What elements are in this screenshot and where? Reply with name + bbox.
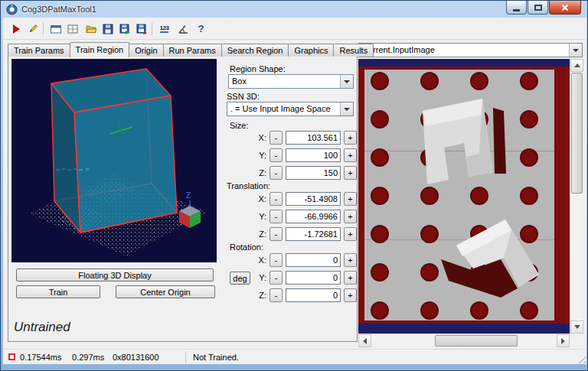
translation-z-axis-label: Z: xyxy=(253,229,266,239)
train-status-text: Untrained xyxy=(14,320,70,335)
viewport-3d[interactable]: Z xyxy=(11,59,217,262)
center-origin-button[interactable]: Center Origin xyxy=(116,285,215,298)
edit-button[interactable] xyxy=(24,21,41,37)
rotation-x-axis-label: X: xyxy=(253,255,266,265)
size-z-row: Z: - + xyxy=(253,166,358,180)
image-vertical-scrollbar[interactable] xyxy=(570,59,583,334)
rotation-x-decrement-button[interactable]: - xyxy=(270,253,283,267)
angle-units-button[interactable] xyxy=(175,21,191,37)
rotation-z-increment-button[interactable]: + xyxy=(344,288,357,302)
dropdown-arrow-box[interactable] xyxy=(340,103,353,116)
translation-y-input[interactable] xyxy=(286,210,341,223)
status-error-indicator xyxy=(8,353,15,360)
tab-graphics[interactable]: Graphics xyxy=(288,44,334,57)
size-x-increment-button[interactable]: + xyxy=(344,131,357,145)
play-icon xyxy=(10,23,22,35)
dropdown-arrow-box[interactable] xyxy=(569,44,582,57)
rotation-y-increment-button[interactable]: + xyxy=(344,271,357,285)
translation-z-increment-button[interactable]: + xyxy=(344,227,357,241)
floating-window-button[interactable] xyxy=(47,21,64,37)
size-label: Size: xyxy=(230,121,248,130)
translation-y-axis-label: Y: xyxy=(253,212,266,221)
horizontal-scroll-thumb[interactable] xyxy=(435,335,518,347)
size-y-increment-button[interactable]: + xyxy=(344,148,357,162)
import-button[interactable] xyxy=(133,21,149,37)
tab-search-region[interactable]: Search Region xyxy=(221,44,289,57)
tab-results[interactable]: Results xyxy=(333,44,374,57)
rotation-y-input[interactable] xyxy=(286,271,341,285)
open-file-button[interactable] xyxy=(83,21,99,37)
translation-x-increment-button[interactable]: + xyxy=(344,192,357,206)
floating-3d-display-button[interactable]: Floating 3D Display xyxy=(16,268,214,282)
size-y-input[interactable] xyxy=(286,148,341,162)
help-icon: ? xyxy=(198,23,204,34)
vertical-scroll-thumb[interactable] xyxy=(571,73,583,194)
tab-train-region[interactable]: Train Region xyxy=(70,42,130,57)
train-region-box xyxy=(51,69,177,233)
translation-z-decrement-button[interactable]: - xyxy=(270,227,283,241)
status-message: Not Trained. xyxy=(193,353,239,362)
input-image-display[interactable] xyxy=(358,59,583,347)
translation-y-row: Y: - + xyxy=(253,210,358,223)
translation-z-row: Z: - + xyxy=(253,227,358,241)
dropdown-arrow-box[interactable] xyxy=(340,75,353,88)
chevron-down-icon xyxy=(344,108,350,111)
numeric-display-button[interactable]: 123 xyxy=(156,21,172,37)
numbers-icon: 123 xyxy=(160,24,169,33)
size-z-increment-button[interactable]: + xyxy=(344,166,357,180)
grid-view-button[interactable] xyxy=(64,21,80,37)
degrees-units-button[interactable]: deg xyxy=(230,272,250,285)
ssn3d-label: SSN 3D: xyxy=(227,92,260,101)
scroll-right-button[interactable] xyxy=(557,334,570,347)
train-button[interactable]: Train xyxy=(16,285,100,298)
status-bar: 0.17544ms 0.297ms 0x80131600 Not Trained… xyxy=(3,349,586,364)
rotation-y-row: Y: - + xyxy=(253,271,358,285)
size-y-row: Y: - + xyxy=(253,148,358,162)
close-icon xyxy=(560,3,570,12)
app-icon xyxy=(6,4,18,15)
image-horizontal-scrollbar[interactable] xyxy=(358,334,570,347)
titlebar[interactable]: Cog3DPatMaxTool1 xyxy=(1,1,587,18)
angle-icon xyxy=(177,23,189,35)
region-shape-select[interactable]: Box xyxy=(228,74,354,89)
ssn3d-select[interactable]: . = Use Input Image Space xyxy=(227,102,354,116)
rotation-z-decrement-button[interactable]: - xyxy=(270,288,283,302)
minimize-button[interactable] xyxy=(506,1,527,15)
tab-origin[interactable]: Origin xyxy=(129,44,163,57)
floppy-arrow-red-icon xyxy=(136,23,148,35)
rotation-x-input[interactable] xyxy=(286,253,341,267)
translation-x-decrement-button[interactable]: - xyxy=(270,192,283,206)
translation-y-decrement-button[interactable]: - xyxy=(270,210,283,223)
rotation-x-increment-button[interactable]: + xyxy=(344,253,357,267)
size-x-decrement-button[interactable]: - xyxy=(270,131,283,145)
tab-run-params[interactable]: Run Params xyxy=(163,44,222,57)
tab-train-params[interactable]: Train Params xyxy=(8,44,70,57)
translation-x-input[interactable] xyxy=(286,192,341,206)
image-source-select[interactable]: Current.InputImage xyxy=(358,43,583,57)
rotation-y-decrement-button[interactable]: - xyxy=(270,271,283,285)
toolbar-separator xyxy=(43,22,44,35)
maximize-button[interactable] xyxy=(528,1,548,15)
size-z-decrement-button[interactable]: - xyxy=(270,166,283,180)
size-x-input[interactable] xyxy=(286,131,341,145)
scroll-left-button[interactable] xyxy=(358,334,371,347)
size-y-decrement-button[interactable]: - xyxy=(270,148,283,162)
translation-z-input[interactable] xyxy=(286,227,341,241)
help-button[interactable]: ? xyxy=(193,21,209,37)
size-x-row: X: - + xyxy=(253,131,358,145)
translation-label: Translation: xyxy=(227,181,270,190)
close-button[interactable] xyxy=(549,1,581,15)
run-button[interactable] xyxy=(8,21,24,37)
scroll-up-button[interactable] xyxy=(570,59,583,72)
scroll-down-button[interactable] xyxy=(570,321,583,334)
translation-y-increment-button[interactable]: + xyxy=(344,210,357,223)
floppy-icon xyxy=(102,23,114,35)
floppy-arrow-green-icon xyxy=(119,23,131,35)
arrow-left-icon xyxy=(363,338,367,344)
window-title: Cog3DPatMaxTool1 xyxy=(21,5,96,14)
save-as-button[interactable] xyxy=(116,21,132,37)
rotation-z-input[interactable] xyxy=(286,288,341,302)
save-button[interactable] xyxy=(100,21,116,37)
resize-grip[interactable] xyxy=(576,353,586,363)
size-z-input[interactable] xyxy=(286,166,341,180)
